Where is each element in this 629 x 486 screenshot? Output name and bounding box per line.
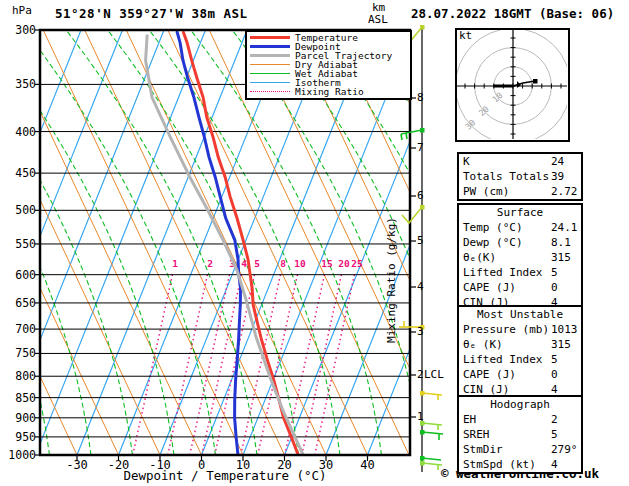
mixing-ratio-value: 8 bbox=[280, 258, 286, 269]
pressure-tick-label: 1000 bbox=[6, 448, 36, 462]
wind-barb bbox=[420, 391, 442, 400]
mixing-ratio-value: 2 bbox=[207, 258, 213, 269]
legend-swatch bbox=[250, 45, 290, 48]
stat-label: Temp (°C) bbox=[463, 221, 523, 234]
legend-swatch bbox=[250, 91, 290, 92]
altitude-tick-label: 4 bbox=[417, 280, 424, 293]
chart-legend: TemperatureDewpointParcel TrajectoryDry … bbox=[245, 30, 412, 100]
mixing-ratio-value: 25 bbox=[351, 258, 363, 269]
temperature-tick-label: 10 bbox=[223, 458, 263, 472]
stat-value: 24.1 bbox=[551, 220, 578, 235]
hodograph-trace-end-marker bbox=[533, 79, 538, 84]
pressure-tick-label: 750 bbox=[6, 346, 36, 360]
hodograph-panel: 102030 bbox=[455, 28, 570, 142]
stat-label: θₑ(K) bbox=[463, 251, 496, 264]
temperature-tick-label: 30 bbox=[306, 458, 346, 472]
station-title: 51°28'N 359°27'W 38m ASL bbox=[55, 6, 248, 21]
mixing-ratio-axis-title: Mixing Ratio (g/kg) bbox=[385, 217, 398, 343]
pressure-tick-label: 700 bbox=[6, 322, 36, 336]
stat-label: Pressure (mb) bbox=[463, 323, 549, 336]
legend-swatch bbox=[250, 82, 290, 83]
stat-label: θₑ (K) bbox=[463, 338, 503, 351]
mixing-ratio-value: 1 bbox=[172, 258, 178, 269]
table-row: Lifted Index5 bbox=[459, 265, 581, 280]
table-row: Pressure (mb)1013 bbox=[459, 322, 581, 337]
table-row: CAPE (J)0 bbox=[459, 280, 581, 295]
table-row: K24 bbox=[459, 154, 581, 169]
table-row: PW (cm)2.72 bbox=[459, 184, 581, 199]
temperature-tick-label: -20 bbox=[99, 458, 139, 472]
stat-value: 8.1 bbox=[551, 235, 571, 250]
pressure-tick-label: 850 bbox=[6, 391, 36, 405]
wind-barb bbox=[420, 456, 441, 461]
stat-label: PW (cm) bbox=[463, 185, 509, 198]
altitude-tick-label: 2 bbox=[417, 368, 424, 381]
altitude-tick-label: 8 bbox=[417, 91, 424, 104]
stat-value: 39 bbox=[551, 169, 564, 184]
temperature-tick-label: -10 bbox=[140, 458, 180, 472]
legend-swatch bbox=[250, 64, 290, 65]
temperature-tick-label: 20 bbox=[265, 458, 305, 472]
wind-barb bbox=[420, 430, 443, 440]
stat-value: 0 bbox=[551, 367, 558, 382]
pressure-tick-label: 650 bbox=[6, 296, 36, 310]
pressure-tick-label: 350 bbox=[6, 77, 36, 91]
altitude-tick-label: 1 bbox=[417, 410, 424, 423]
stat-label: Lifted Index bbox=[463, 353, 542, 366]
stat-value: 5 bbox=[551, 265, 558, 280]
table-row: CAPE (J)0 bbox=[459, 367, 581, 382]
stat-label: CAPE (J) bbox=[463, 368, 516, 381]
altitude-tick-label: 6 bbox=[417, 189, 424, 202]
surface-table: SurfaceTemp (°C)24.1Dewp (°C)8.1θₑ(K)315… bbox=[457, 203, 583, 312]
stat-label: K bbox=[463, 155, 470, 168]
stat-value: 2.72 bbox=[551, 184, 578, 199]
stat-value: 0 bbox=[551, 280, 558, 295]
altitude-tick-label: 5 bbox=[417, 234, 424, 247]
stat-label: CAPE (J) bbox=[463, 281, 516, 294]
stat-value: 315 bbox=[551, 250, 571, 265]
table-row: θₑ(K)315 bbox=[459, 250, 581, 265]
legend-swatch bbox=[250, 73, 290, 74]
stat-value: 5 bbox=[551, 427, 558, 442]
table-row: EH2 bbox=[459, 412, 581, 427]
stat-label: Totals Totals bbox=[463, 170, 549, 183]
pressure-tick-label: 550 bbox=[6, 237, 36, 251]
pressure-tick-label: 800 bbox=[6, 369, 36, 383]
stat-label: Dewp (°C) bbox=[463, 236, 523, 249]
stat-value: 5 bbox=[551, 352, 558, 367]
pressure-tick-label: 450 bbox=[6, 166, 36, 180]
pressure-tick-label: 400 bbox=[6, 125, 36, 139]
mixing-ratio-line bbox=[190, 272, 230, 455]
stat-value: 4 bbox=[551, 457, 558, 472]
table-row: SREH5 bbox=[459, 427, 581, 442]
stability-indices-table: K24Totals Totals39PW (cm)2.72 bbox=[457, 152, 583, 201]
stat-label: SREH bbox=[463, 428, 490, 441]
pressure-tick-label: 900 bbox=[6, 411, 36, 425]
lcl-label: LCL bbox=[424, 368, 444, 381]
stat-value: 279° bbox=[551, 442, 578, 457]
legend-label: Mixing Ratio bbox=[295, 87, 364, 96]
pressure-tick-label: 600 bbox=[6, 268, 36, 282]
run-datetime: 28.07.2022 18GMT (Base: 06) bbox=[411, 6, 614, 21]
temperature-tick-label: 40 bbox=[348, 458, 388, 472]
table-row: Temp (°C)24.1 bbox=[459, 220, 581, 235]
table-title: Most Unstable bbox=[459, 307, 581, 322]
wind-barb bbox=[401, 128, 425, 140]
stat-value: 2 bbox=[551, 412, 558, 427]
altitude-axis-unit-asl: ASL bbox=[368, 13, 388, 26]
table-row: Totals Totals39 bbox=[459, 169, 581, 184]
legend-swatch bbox=[250, 54, 290, 57]
legend-item: Mixing Ratio bbox=[247, 87, 410, 96]
stat-value: 315 bbox=[551, 337, 571, 352]
table-title: Hodograph bbox=[459, 397, 581, 412]
legend-swatch bbox=[250, 36, 290, 39]
pressure-tick-label: 950 bbox=[6, 430, 36, 444]
stat-label: StmDir bbox=[463, 443, 503, 456]
stat-label: Lifted Index bbox=[463, 266, 542, 279]
hodograph-stats-table: HodographEH2SREH5StmDir279°StmSpd (kt)4 bbox=[457, 395, 583, 474]
table-row: StmDir279° bbox=[459, 442, 581, 457]
mixing-ratio-value: 20 bbox=[338, 258, 350, 269]
mixing-ratio-value: 10 bbox=[294, 258, 306, 269]
mixing-ratio-value: 4 bbox=[241, 258, 247, 269]
pressure-tick-label: 300 bbox=[6, 23, 36, 37]
